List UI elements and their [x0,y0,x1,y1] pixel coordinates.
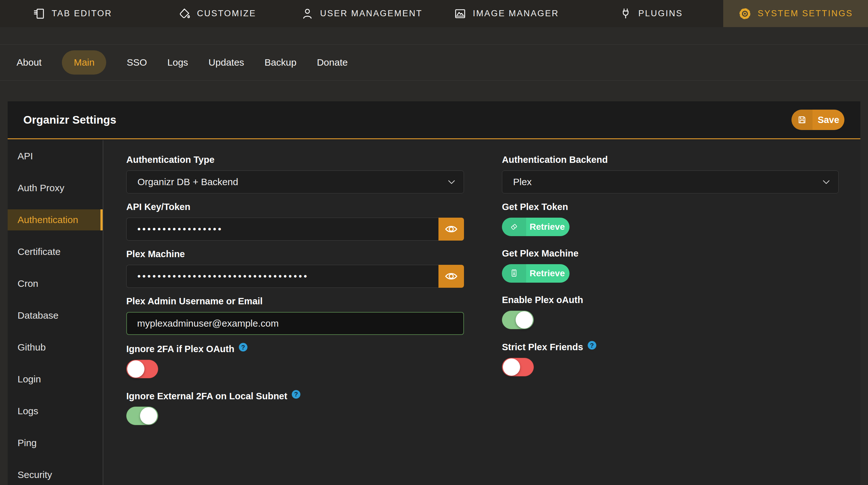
retrieve-button-label: Retrieve [526,218,569,236]
subnav-updates[interactable]: Updates [209,57,244,68]
eye-icon [445,271,458,281]
retrieve-plex-machine-button[interactable]: Retrieve [502,264,569,283]
system-settings-gear-icon [739,7,751,20]
customize-icon [178,7,191,20]
sidebar-item-cron[interactable]: Cron [8,268,103,299]
subnav-backup[interactable]: Backup [265,57,297,68]
strict-plex-friends-toggle[interactable] [502,358,534,376]
sidebar-item-certificate[interactable]: Certificate [8,236,103,268]
auth-backend-group: Authentication Backend Plex [502,154,839,193]
sidebar-item-login[interactable]: Login [8,363,103,395]
toggle-knob [140,407,157,424]
sidebar-item-ping[interactable]: Ping [8,427,103,459]
settings-sub-navigation: About Main SSO Logs Updates Backup Donat… [0,44,868,80]
form-left-column: Authentication Type Organizr DB + Backen… [126,154,464,485]
plex-machine-label: Plex Machine [126,249,464,259]
nav-system-settings[interactable]: SYSTEM SETTINGS [723,0,868,27]
help-icon[interactable]: ? [588,341,596,350]
subnav-donate[interactable]: Donate [317,57,348,68]
ignore-2fa-label-text: Ignore 2FA if Plex OAuth [126,344,235,354]
retrieve-button-label: Retrieve [526,264,569,283]
sidebar-item-api[interactable]: API [8,140,103,172]
form-right-column: Authentication Backend Plex Get Plex Tok… [502,154,839,485]
toggle-knob [127,360,145,378]
sidebar-item-label: Certificate [8,241,103,262]
auth-type-selected-value: Organizr DB + Backend [137,176,238,187]
sidebar-item-security[interactable]: Security [8,459,103,485]
ticket-icon [502,218,526,236]
sidebar-item-label: Authentication [8,209,103,230]
sidebar-item-authentication[interactable]: Authentication [8,204,103,236]
enable-plex-oauth-toggle[interactable] [502,311,534,329]
toggle-knob [516,311,533,328]
nav-label: TAB EDITOR [52,9,112,19]
plex-admin-label: Plex Admin Username or Email [126,296,464,306]
sidebar-item-logs[interactable]: Logs [8,395,103,427]
sidebar-item-auth-proxy[interactable]: Auth Proxy [8,172,103,204]
top-navigation: TAB EDITOR CUSTOMIZE USER MANAGEMENT I [0,0,868,27]
floppy-disk-icon [792,109,812,130]
plex-machine-group: Plex Machine [126,249,464,288]
sidebar-item-label: Github [8,337,103,358]
nav-label: SYSTEM SETTINGS [758,9,853,19]
toggle-knob [503,358,520,376]
page-title: Organizr Settings [23,114,116,126]
subnav-about[interactable]: About [17,57,41,68]
nav-tab-editor[interactable]: TAB EDITOR [0,0,145,27]
auth-type-group: Authentication Type Organizr DB + Backen… [126,154,464,193]
settings-sidebar: API Auth Proxy Authentication Certificat… [8,140,103,485]
strict-plex-friends-label-text: Strict Plex Friends [502,342,583,352]
ignore-external-2fa-group: Ignore External 2FA on Local Subnet? [126,390,464,425]
plex-admin-input[interactable] [126,312,464,335]
nav-image-manager[interactable]: IMAGE MANAGER [434,0,579,27]
auth-type-select[interactable]: Organizr DB + Backend [126,170,464,193]
save-button[interactable]: Save [792,109,844,130]
get-plex-machine-label: Get Plex Machine [502,248,839,259]
retrieve-plex-token-button[interactable]: Retrieve [502,218,569,236]
image-manager-icon [454,7,467,20]
sidebar-item-database[interactable]: Database [8,299,103,331]
reveal-api-key-button[interactable] [438,218,464,240]
api-key-input[interactable] [126,218,438,240]
nav-label: USER MANAGEMENT [320,9,423,19]
help-icon[interactable]: ? [239,343,247,352]
help-icon[interactable]: ? [292,390,300,399]
sidebar-item-github[interactable]: Github [8,331,103,363]
plugins-icon [619,7,632,20]
nav-label: PLUGINS [639,9,683,19]
reveal-plex-machine-button[interactable] [438,265,464,288]
sidebar-item-label: Cron [8,273,103,294]
panel-header: Organizr Settings Save [8,101,860,139]
nav-user-management[interactable]: USER MANAGEMENT [289,0,434,27]
nav-customize[interactable]: CUSTOMIZE [145,0,289,27]
strict-plex-friends-group: Strict Plex Friends? [502,341,839,376]
sidebar-item-label: Auth Proxy [8,177,103,198]
panel-body: API Auth Proxy Authentication Certificat… [8,140,860,485]
save-button-label: Save [812,109,844,130]
subnav-main[interactable]: Main [62,50,106,74]
organizr-settings-page: TAB EDITOR CUSTOMIZE USER MANAGEMENT I [0,0,868,485]
ignore-2fa-group: Ignore 2FA if Plex OAuth? [126,343,464,378]
ignore-external-2fa-label-text: Ignore External 2FA on Local Subnet [126,391,287,401]
plex-machine-input[interactable] [126,265,438,288]
ignore-external-2fa-toggle[interactable] [126,407,158,425]
enable-plex-oauth-label: Enable Plex oAuth [502,294,839,305]
authentication-settings-form: Authentication Type Organizr DB + Backen… [103,140,860,485]
sidebar-item-label: Logs [8,400,103,422]
chevron-down-icon [823,180,830,185]
strict-plex-friends-label: Strict Plex Friends? [502,341,839,352]
sidebar-item-label: API [8,146,103,167]
auth-backend-select[interactable]: Plex [502,170,839,193]
auth-backend-selected-value: Plex [513,176,532,187]
enable-plex-oauth-group: Enable Plex oAuth [502,294,839,329]
subnav-sso[interactable]: SSO [127,57,147,68]
sidebar-item-label: Security [8,464,103,485]
get-plex-token-group: Get Plex Token Retrieve [502,201,839,236]
subnav-logs[interactable]: Logs [167,57,188,68]
plex-admin-group: Plex Admin Username or Email [126,296,464,335]
ignore-external-2fa-label: Ignore External 2FA on Local Subnet? [126,390,464,401]
organizr-settings-panel: Organizr Settings Save API Auth Proxy Au… [8,101,860,485]
nav-plugins[interactable]: PLUGINS [579,0,723,27]
ignore-2fa-toggle[interactable] [126,360,158,378]
auth-backend-label: Authentication Backend [502,154,839,165]
